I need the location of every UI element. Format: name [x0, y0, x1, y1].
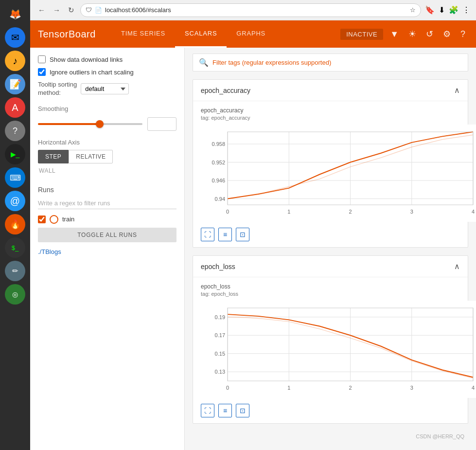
epoch-accuracy-expand-button[interactable]: ⛶: [201, 228, 214, 241]
extensions-icon[interactable]: 🧩: [449, 5, 458, 15]
epoch-accuracy-data-button[interactable]: ≡: [218, 228, 232, 241]
epoch-loss-header: epoch_loss ∧: [193, 256, 468, 277]
run-item-train: train: [38, 215, 176, 224]
epoch-accuracy-subtitle: epoch_accuracy: [201, 107, 460, 114]
epoch-accuracy-header: epoch_accuracy ∧: [193, 80, 468, 101]
sidebar-icon-firefox[interactable]: 🦊: [5, 4, 25, 24]
epoch-loss-data-button[interactable]: ≡: [218, 404, 232, 417]
epoch-accuracy-title: epoch_accuracy: [201, 87, 250, 94]
run-train-checkbox[interactable]: [38, 216, 46, 223]
sidebar-icon-circle[interactable]: ◎: [5, 284, 25, 305]
runs-title: Runs: [38, 186, 176, 194]
menu-icon[interactable]: ⋮: [462, 5, 470, 15]
sidebar-icon-appstore[interactable]: A: [5, 97, 25, 118]
help-icon[interactable]: ?: [458, 26, 468, 42]
axis-relative-button[interactable]: RELATIVE: [69, 150, 113, 163]
axis-buttons: STEP RELATIVE: [38, 150, 176, 163]
browser-forward-button[interactable]: →: [51, 4, 62, 16]
sidebar-icon-mail[interactable]: ✉: [5, 27, 25, 48]
dropdown-icon[interactable]: ▼: [387, 26, 402, 42]
browser-refresh-button[interactable]: ↻: [66, 4, 76, 17]
horizontal-axis-section: Horizontal Axis STEP RELATIVE WALL: [38, 139, 176, 174]
runs-section: Runs train TOGGLE ALL RUNS ./TBlogs: [38, 186, 176, 255]
tooltip-sorting-select[interactable]: default ascending descending nearest: [81, 83, 129, 94]
show-download-links-checkbox[interactable]: [38, 55, 46, 63]
epoch-accuracy-canvas-wrapper: [201, 125, 460, 222]
status-badge: INACTIVE: [340, 29, 383, 40]
sidebar-icon-help[interactable]: ?: [5, 121, 25, 141]
download-icon[interactable]: ⬇: [439, 5, 445, 15]
epoch-loss-card: epoch_loss ∧ epoch_loss tag: epoch_loss …: [193, 255, 468, 424]
sidebar-icon-docs[interactable]: 📝: [5, 74, 25, 94]
toggle-all-runs-button[interactable]: TOGGLE ALL RUNS: [38, 228, 176, 242]
browser-bar: ← → ↻ 🛡 📄 localhost:6006/#scalars ☆ 🔖 ⬇ …: [30, 0, 476, 20]
sidebar-icon-music[interactable]: ♪: [5, 51, 25, 71]
filter-bar: 🔍: [193, 54, 468, 72]
browser-back-button[interactable]: ←: [36, 4, 47, 16]
smoothing-label: Smoothing: [38, 105, 176, 112]
epoch-loss-select-button[interactable]: ⊡: [236, 404, 249, 417]
runs-filter-input[interactable]: [38, 198, 176, 209]
sidebar-icon-edit[interactable]: ✏: [5, 261, 25, 281]
ignore-outliers-checkbox[interactable]: [38, 68, 46, 76]
smoothing-slider[interactable]: [38, 123, 142, 125]
shield-icon: 🛡: [86, 6, 92, 14]
sidebar-icon-terminal[interactable]: ▶_: [5, 144, 25, 164]
epoch-loss-toolbar: ⛶ ≡ ⊡: [193, 400, 468, 423]
epoch-loss-title: epoch_loss: [201, 263, 235, 270]
nav-time-series[interactable]: TIME SERIES: [111, 20, 175, 48]
content-area: Show data download links Ignore outliers…: [30, 48, 476, 450]
refresh-icon[interactable]: ↺: [423, 26, 436, 42]
epoch-accuracy-collapse-icon[interactable]: ∧: [454, 86, 460, 95]
epoch-loss-expand-button[interactable]: ⛶: [201, 404, 214, 417]
tensorboard-logo: TensorBoard: [38, 29, 96, 40]
axis-step-button[interactable]: STEP: [38, 150, 69, 163]
smoothing-row: ▲ ▼: [38, 117, 176, 131]
footer-credit: CSDN @HERR_QQ: [193, 432, 468, 441]
epoch-loss-canvas: [201, 301, 476, 398]
bookmark-icon[interactable]: 🔖: [425, 5, 435, 15]
epoch-accuracy-tag: tag: epoch_accuracy: [201, 115, 460, 121]
ignore-outliers-row: Ignore outliers in chart scaling: [38, 68, 176, 76]
show-download-links-label: Show data download links: [50, 56, 123, 63]
epoch-loss-inner: epoch_loss tag: epoch_loss: [193, 277, 468, 400]
star-icon[interactable]: ☆: [410, 6, 416, 14]
url-text: localhost:6006/#scalars: [105, 6, 171, 14]
epoch-loss-subtitle: epoch_loss: [201, 283, 460, 290]
nav-scalars[interactable]: SCALARS: [175, 20, 227, 48]
smoothing-value-input[interactable]: [148, 119, 176, 128]
theme-icon[interactable]: ☀: [405, 26, 419, 42]
tooltip-sorting-label: Tooltip sortingmethod:: [38, 81, 77, 97]
run-train-color: [50, 215, 58, 224]
main-wrapper: ← → ↻ 🛡 📄 localhost:6006/#scalars ☆ 🔖 ⬇ …: [30, 0, 476, 450]
smoothing-value-box: ▲ ▼: [147, 117, 176, 131]
epoch-accuracy-select-button[interactable]: ⊡: [236, 228, 249, 241]
sidebar-icon-flame[interactable]: 🔥: [5, 214, 25, 234]
filter-tags-input[interactable]: [212, 59, 462, 66]
tensorboard-header: TensorBoard TIME SERIES SCALARS GRAPHS I…: [30, 20, 476, 48]
right-panel: 🔍 epoch_accuracy ∧ epoch_accuracy tag: e…: [185, 48, 476, 450]
sidebar: 🦊 ✉ ♪ 📝 A ? ▶_ ⌨ @ 🔥 $_ ✏ ◎: [0, 0, 30, 450]
filter-search-icon: 🔍: [199, 58, 209, 67]
address-bar[interactable]: 🛡 📄 localhost:6006/#scalars ☆: [80, 3, 421, 17]
sidebar-icon-email2[interactable]: @: [5, 191, 25, 211]
folder-label: ./TBlogs: [38, 248, 176, 255]
left-panel: Show data download links Ignore outliers…: [30, 48, 185, 450]
horizontal-axis-label: Horizontal Axis: [38, 139, 176, 146]
tooltip-sorting-row: Tooltip sortingmethod: default ascending…: [38, 81, 176, 97]
page-icon: 📄: [95, 7, 102, 14]
epoch-loss-canvas-wrapper: [201, 301, 460, 398]
smoothing-section: Smoothing ▲ ▼: [38, 105, 176, 131]
tensorboard-nav: TIME SERIES SCALARS GRAPHS: [111, 20, 340, 48]
epoch-accuracy-inner: epoch_accuracy tag: epoch_accuracy: [193, 101, 468, 224]
epoch-accuracy-toolbar: ⛶ ≡ ⊡: [193, 224, 468, 247]
settings-icon[interactable]: ⚙: [440, 26, 454, 42]
epoch-accuracy-card: epoch_accuracy ∧ epoch_accuracy tag: epo…: [193, 79, 468, 248]
ignore-outliers-label: Ignore outliers in chart scaling: [50, 69, 134, 76]
wall-label: WALL: [39, 167, 176, 174]
run-train-name: train: [62, 216, 74, 223]
sidebar-icon-terminal2[interactable]: $_: [5, 237, 25, 258]
sidebar-icon-vscode[interactable]: ⌨: [5, 167, 25, 188]
nav-graphs[interactable]: GRAPHS: [227, 20, 275, 48]
epoch-loss-collapse-icon[interactable]: ∧: [454, 262, 460, 271]
